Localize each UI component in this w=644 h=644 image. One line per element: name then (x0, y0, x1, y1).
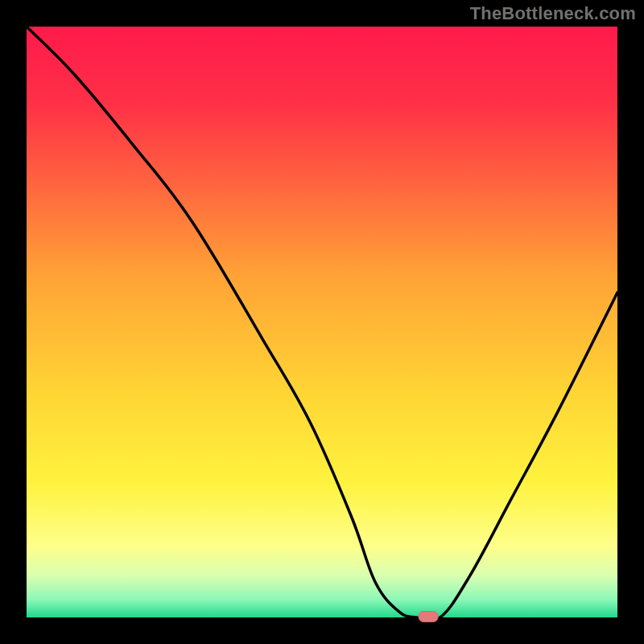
optimal-marker (419, 612, 438, 622)
chart-frame: TheBottleneck.com (0, 0, 644, 644)
bottleneck-chart (0, 0, 644, 644)
plot-background (27, 27, 617, 617)
